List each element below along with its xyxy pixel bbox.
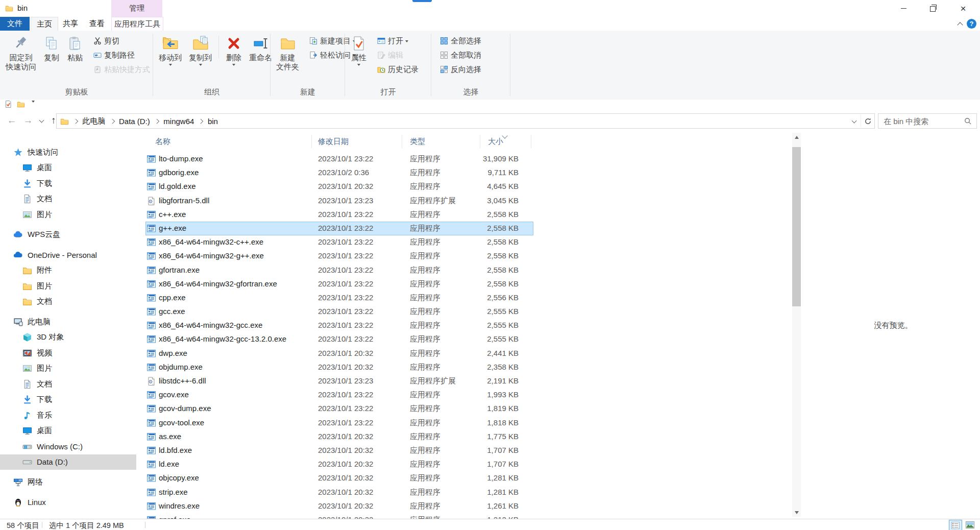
file-row-gcov-tool.exe[interactable]: gcov-tool.exe2023/10/1 23:22应用程序1,818 KB bbox=[145, 416, 533, 430]
file-row-x86_64-w64-mingw32-gcc-13.2.0.exe[interactable]: x86_64-w64-mingw32-gcc-13.2.0.exe2023/10… bbox=[145, 332, 533, 346]
breadcrumb-segment-3[interactable]: mingw64 bbox=[162, 114, 195, 128]
copy-to-button[interactable]: 复制到 bbox=[186, 33, 215, 67]
sidebar-item-桌面[interactable]: 桌面 bbox=[0, 423, 136, 439]
file-row-x86_64-w64-mingw32-gfortran.exe[interactable]: x86_64-w64-mingw32-gfortran.exe2023/10/1… bbox=[145, 277, 533, 291]
sidebar-item-文档[interactable]: 文档 bbox=[0, 376, 136, 392]
help-button[interactable]: ? bbox=[967, 19, 976, 29]
file-row-windres.exe[interactable]: windres.exe2023/10/1 20:32应用程序1,261 KB bbox=[145, 499, 533, 513]
file-row-x86_64-w64-mingw32-g++.exe[interactable]: x86_64-w64-mingw32-g++.exe2023/10/1 23:2… bbox=[145, 249, 533, 263]
back-button[interactable]: ← bbox=[5, 113, 18, 128]
sidebar-item-此电脑[interactable]: 此电脑 bbox=[0, 314, 136, 329]
search-input[interactable] bbox=[878, 117, 964, 126]
sidebar-item-网络[interactable]: 网络 bbox=[0, 474, 136, 490]
sidebar-item-图片[interactable]: 图片 bbox=[0, 361, 136, 376]
breadcrumb-segment-1[interactable]: 此电脑 bbox=[82, 114, 107, 128]
thumbnail-view-button[interactable] bbox=[964, 520, 976, 530]
sidebar-item-文档[interactable]: 文档 bbox=[0, 294, 136, 309]
qat-new-folder-button[interactable] bbox=[17, 100, 25, 108]
file-row-lto-dump.exe[interactable]: lto-dump.exe2023/10/1 23:22应用程序31,909 KB bbox=[145, 152, 533, 166]
file-row-strip.exe[interactable]: strip.exe2023/10/1 20:32应用程序1,281 KB bbox=[145, 486, 533, 499]
paste-button[interactable]: 粘贴 bbox=[64, 33, 86, 64]
refresh-button[interactable] bbox=[861, 114, 874, 128]
file-row-gcc.exe[interactable]: gcc.exe2023/10/1 23:22应用程序2,555 KB bbox=[145, 305, 533, 319]
copy-button[interactable]: 复制 bbox=[40, 33, 63, 64]
tab-file[interactable]: 文件 bbox=[0, 17, 30, 31]
file-row-c++.exe[interactable]: c++.exe2023/10/1 23:22应用程序2,558 KB bbox=[145, 208, 533, 222]
column-header-type[interactable]: 类型 bbox=[410, 137, 425, 147]
sidebar-item-windows-c[interactable]: Windows (C:) bbox=[0, 439, 136, 454]
column-header-size[interactable]: 大小 bbox=[488, 137, 503, 147]
tab-home[interactable]: 主页 bbox=[31, 17, 58, 31]
sidebar-item-linux[interactable]: Linux bbox=[0, 495, 136, 510]
sidebar-item-下载[interactable]: 下载 bbox=[0, 176, 136, 191]
edit-button[interactable]: 编辑 bbox=[375, 48, 421, 62]
tab-view[interactable]: 查看 bbox=[84, 17, 110, 31]
collapse-ribbon-button[interactable] bbox=[955, 20, 965, 28]
file-row-as.exe[interactable]: as.exe2023/10/1 20:32应用程序1,775 KB bbox=[145, 430, 533, 444]
restore-button[interactable] bbox=[921, 0, 944, 17]
file-row-dwp.exe[interactable]: dwp.exe2023/10/1 20:32应用程序2,441 KB bbox=[145, 347, 533, 360]
sidebar-item-onedrive---personal[interactable]: OneDrive - Personal bbox=[0, 247, 136, 262]
select-none-button[interactable]: 全部取消 bbox=[437, 48, 484, 62]
file-row-x86_64-w64-mingw32-c++.exe[interactable]: x86_64-w64-mingw32-c++.exe2023/10/1 23:2… bbox=[145, 235, 533, 249]
file-row-libgfortran-5.dll[interactable]: libgfortran-5.dll2023/10/1 23:23应用程序扩展3,… bbox=[145, 194, 533, 208]
column-header-name[interactable]: 名称 bbox=[155, 137, 170, 147]
scroll-down-button[interactable] bbox=[792, 508, 801, 517]
pin-button[interactable]: 固定到快速访问 bbox=[3, 33, 39, 73]
invert-selection-button[interactable]: 反向选择 bbox=[437, 62, 484, 77]
details-view-button[interactable] bbox=[949, 520, 962, 530]
column-header-date[interactable]: 修改日期 bbox=[318, 137, 349, 147]
sidebar-item-附件[interactable]: 附件 bbox=[0, 263, 136, 278]
tab-share[interactable]: 共享 bbox=[57, 17, 84, 31]
tab-app-tools[interactable]: 应用程序工具 bbox=[111, 17, 163, 31]
file-row-libstdc++-6.dll[interactable]: libstdc++-6.dll2023/10/1 23:23应用程序扩展2,19… bbox=[145, 374, 533, 388]
file-row-cpp.exe[interactable]: cpp.exe2023/10/1 23:22应用程序2,556 KB bbox=[145, 291, 533, 305]
sidebar-item-图片[interactable]: 图片 bbox=[0, 278, 136, 294]
sidebar-item-图片[interactable]: 图片 bbox=[0, 207, 136, 222]
file-row-x86_64-w64-mingw32-gcc.exe[interactable]: x86_64-w64-mingw32-gcc.exe2023/10/1 23:2… bbox=[145, 319, 533, 332]
recent-locations-button[interactable] bbox=[37, 113, 46, 128]
sidebar-item-桌面[interactable]: 桌面 bbox=[0, 160, 136, 176]
close-button[interactable]: × bbox=[951, 0, 975, 17]
file-row-gprof.exe[interactable]: gprof.exe2023/10/1 20:32应用程序1,212 KB bbox=[145, 513, 533, 519]
qat-properties-button[interactable] bbox=[4, 100, 12, 108]
copy-path-button[interactable]: 复制路径 bbox=[91, 48, 153, 62]
cut-button[interactable]: 剪切 bbox=[91, 34, 153, 48]
sidebar-item-视频[interactable]: 视频 bbox=[0, 345, 136, 360]
file-row-objcopy.exe[interactable]: objcopy.exe2023/10/1 20:32应用程序1,281 KB bbox=[145, 471, 533, 485]
scrollbar-thumb[interactable] bbox=[792, 147, 801, 306]
sidebar-item-wps云盘[interactable]: WPS云盘 bbox=[0, 227, 136, 243]
file-row-gdborig.exe[interactable]: gdborig.exe2023/10/2 0:36应用程序9,711 KB bbox=[145, 166, 533, 180]
file-row-gcov.exe[interactable]: gcov.exe2023/10/1 23:22应用程序1,993 KB bbox=[145, 388, 533, 402]
breadcrumb-segment-4[interactable]: bin bbox=[207, 114, 219, 128]
forward-button[interactable]: → bbox=[21, 113, 35, 128]
sidebar-item-快速访问[interactable]: 快速访问 bbox=[0, 144, 136, 160]
file-row-gcov-dump.exe[interactable]: gcov-dump.exe2023/10/1 23:22应用程序1,819 KB bbox=[145, 402, 533, 416]
breadcrumb-segment-2[interactable]: Data (D:) bbox=[118, 114, 151, 128]
address-bar[interactable]: 此电脑Data (D:)mingw64bin bbox=[56, 113, 875, 129]
sidebar-item-下载[interactable]: 下载 bbox=[0, 392, 136, 407]
sidebar-item-3d-对象[interactable]: 3D 对象 bbox=[0, 330, 136, 345]
vertical-scrollbar[interactable] bbox=[792, 133, 801, 517]
new-folder-button[interactable]: 新建文件夹 bbox=[273, 33, 302, 73]
file-row-objdump.exe[interactable]: objdump.exe2023/10/1 20:32应用程序2,358 KB bbox=[145, 360, 533, 374]
minimize-button[interactable] bbox=[892, 0, 915, 17]
sidebar-item-data-d[interactable]: Data (D:) bbox=[0, 454, 136, 470]
file-row-ld.gold.exe[interactable]: ld.gold.exe2023/10/1 20:32应用程序4,645 KB bbox=[145, 180, 533, 194]
delete-button[interactable]: 删除 bbox=[223, 33, 245, 67]
scroll-up-button[interactable] bbox=[792, 133, 801, 141]
sidebar-item-音乐[interactable]: 音乐 bbox=[0, 407, 136, 423]
paste-shortcut-button[interactable]: 粘贴快捷方式 bbox=[91, 62, 153, 77]
sidebar-item-文档[interactable]: 文档 bbox=[0, 191, 136, 207]
history-button[interactable]: 历史记录 bbox=[375, 62, 421, 77]
open-button[interactable]: 打开 bbox=[375, 34, 421, 48]
selection-summary: 选中 1 个项目 2.49 MB bbox=[49, 521, 124, 530]
file-row-gfortran.exe[interactable]: gfortran.exe2023/10/1 23:22应用程序2,558 KB bbox=[145, 263, 533, 277]
move-to-button[interactable]: 移动到 bbox=[156, 33, 185, 67]
file-row-ld.exe[interactable]: ld.exe2023/10/1 20:32应用程序1,707 KB bbox=[145, 457, 533, 471]
select-all-button[interactable]: 全部选择 bbox=[437, 34, 484, 48]
address-dropdown-button[interactable] bbox=[847, 119, 861, 124]
file-row-g++.exe[interactable]: g++.exe2023/10/1 23:22应用程序2,558 KB bbox=[145, 222, 533, 235]
properties-button[interactable]: 属性 bbox=[348, 33, 370, 67]
file-row-ld.bfd.exe[interactable]: ld.bfd.exe2023/10/1 20:32应用程序1,707 KB bbox=[145, 444, 533, 457]
